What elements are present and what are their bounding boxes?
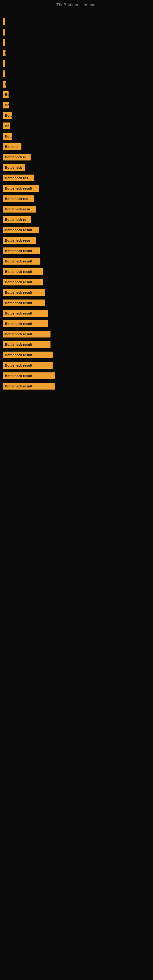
bar-label: B <box>5 51 5 55</box>
bar-row: | <box>3 18 150 26</box>
bar-item: Bo <box>3 123 10 129</box>
bar-label: Bottleneck result <box>5 280 32 284</box>
bar-row: Bottleneck result <box>3 340 150 349</box>
bar-item: Bottleneck result <box>3 299 45 306</box>
bar-row: Bottleneck re <box>3 215 150 224</box>
bar-item: Bottleneck re <box>3 216 31 223</box>
bar-item: B <box>3 81 6 88</box>
bar-item: Bottleneck result <box>3 268 43 275</box>
bar-row: Bottleneck result <box>3 257 150 266</box>
bar-item: Bottleneck result <box>3 247 40 254</box>
bar-row: | <box>3 70 150 78</box>
bar-item: | <box>3 60 5 67</box>
bar-label: Bottleneck resu <box>5 207 30 211</box>
bar-item: Bottleneck result <box>3 362 53 369</box>
bar-label: Bottleneck res <box>5 197 28 200</box>
bars-container: |||B||BBoBoBottBoBottBottleneBottleneck … <box>0 8 153 395</box>
bar-label: Bottleneck result <box>5 312 32 315</box>
bar-item: Bottleneck result <box>3 372 55 379</box>
bar-item: Bo <box>3 102 9 108</box>
bar-row: B <box>3 80 150 89</box>
bar-row: Bottleneck result <box>3 267 150 276</box>
bar-item: Bottleneck result <box>3 227 39 233</box>
bar-label: Bottleneck res <box>5 176 28 180</box>
bar-item: Bottleneck result <box>3 279 43 285</box>
bar-item: Bottleneck <box>3 164 25 171</box>
bar-label: Bottleneck <box>5 166 22 169</box>
bar-label: Bo <box>5 103 9 107</box>
bar-row: Bottleneck resu <box>3 205 150 213</box>
bar-label: Bo <box>5 93 9 97</box>
bar-row: Bo <box>3 101 150 109</box>
bar-item: Bottleneck res <box>3 175 33 181</box>
bar-label: Bottleneck result <box>5 353 32 357</box>
bar-label: B <box>5 83 6 86</box>
bar-row: Bottleneck result <box>3 299 150 307</box>
bar-row: Bottleneck <box>3 163 150 172</box>
bar-row: Bottleneck result <box>3 320 150 328</box>
bar-row: Bottleneck result <box>3 226 150 234</box>
bar-item: Bott <box>3 133 12 140</box>
bar-label: Bott <box>5 114 12 117</box>
bar-item: B <box>3 49 5 56</box>
bar-item: Bottleneck result <box>3 310 48 317</box>
bar-label: Bott <box>5 134 12 138</box>
bar-label: Bottleneck result <box>5 228 32 232</box>
bar-row: | <box>3 28 150 37</box>
bar-label: Bottleneck result <box>5 364 32 367</box>
bar-row: Bottleneck re <box>3 153 150 161</box>
bar-row: Bottleneck res <box>3 173 150 182</box>
bar-row: Bottleneck result <box>3 351 150 359</box>
bar-item: Bottleneck re <box>3 154 30 161</box>
bar-item: Bottleneck resu <box>3 237 36 244</box>
bar-row: Bo <box>3 122 150 130</box>
bar-row: | <box>3 38 150 47</box>
bar-row: B <box>3 49 150 57</box>
bar-row: Bottleneck resu <box>3 236 150 245</box>
bar-item: | <box>3 39 5 46</box>
bar-row: Bottleneck result <box>3 247 150 255</box>
bar-row: Bottleneck result <box>3 371 150 380</box>
bar-row: Bottleneck res <box>3 194 150 203</box>
bar-label: Bottleneck result <box>5 343 32 346</box>
bar-label: Bottleneck result <box>5 186 32 190</box>
bar-row: Bottleneck result <box>3 309 150 318</box>
bar-item: Bottleneck result <box>3 185 39 192</box>
bar-label: Bottleneck result <box>5 259 32 263</box>
bar-item: Bottleneck result <box>3 352 53 358</box>
bar-label: Bottleneck re <box>5 218 26 221</box>
bar-item: Bottleneck result <box>3 383 55 390</box>
bar-label: Bo <box>5 124 10 128</box>
bar-item: | <box>3 29 5 35</box>
bar-item: Bottlene <box>3 143 21 150</box>
bar-label: Bottleneck result <box>5 249 32 253</box>
bar-item: Bott <box>3 112 12 119</box>
bar-label: Bottleneck result <box>5 384 32 388</box>
bar-label: Bottleneck result <box>5 322 32 326</box>
bar-row: Bottleneck result <box>3 278 150 286</box>
bar-row: Bo <box>3 90 150 99</box>
bar-item: Bottleneck res <box>3 196 33 202</box>
bar-row: Bottlene <box>3 142 150 151</box>
site-title: TheBottlenecker.com <box>0 0 153 8</box>
bar-label: Bottleneck result <box>5 301 32 305</box>
bar-label: Bottleneck result <box>5 332 32 336</box>
bar-item: Bottleneck result <box>3 258 40 265</box>
bar-label: Bottleneck result <box>5 374 32 378</box>
bar-label: Bottlene <box>5 145 18 148</box>
bar-label: Bottleneck re <box>5 155 26 159</box>
bar-item: | <box>3 18 5 25</box>
bar-row: Bottleneck result <box>3 288 150 297</box>
bar-row: Bottleneck result <box>3 382 150 390</box>
bar-row: Bott <box>3 111 150 120</box>
bar-label: Bottleneck result <box>5 291 32 294</box>
bar-row: Bottleneck result <box>3 330 150 339</box>
bar-label: Bottleneck result <box>5 270 32 274</box>
bar-row: Bott <box>3 132 150 140</box>
bar-item: Bottleneck result <box>3 320 48 327</box>
bar-item: Bottleneck result <box>3 331 51 337</box>
bar-row: | <box>3 59 150 68</box>
bar-item: Bottleneck result <box>3 341 51 348</box>
bar-item: Bo <box>3 91 9 98</box>
bar-item: Bottleneck result <box>3 289 45 296</box>
